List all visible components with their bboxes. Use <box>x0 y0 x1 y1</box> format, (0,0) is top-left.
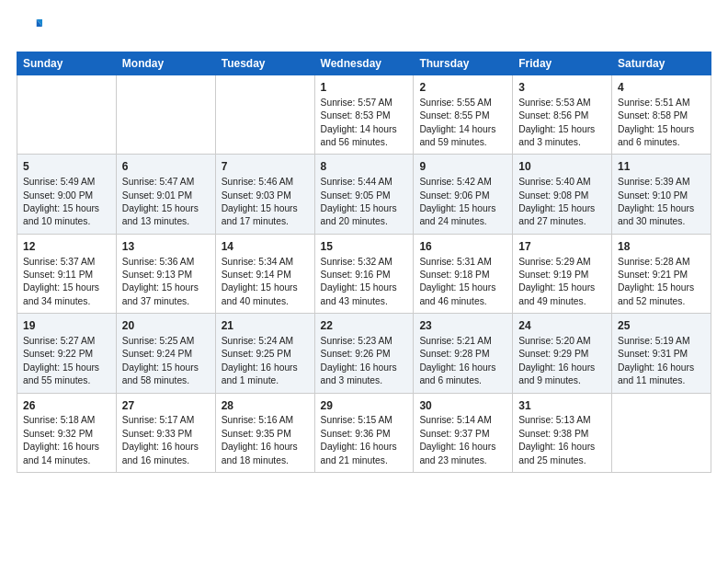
day-info: and 43 minutes. <box>321 295 408 308</box>
day-info: Sunrise: 5:20 AM <box>518 335 606 348</box>
day-info: and 40 minutes. <box>222 295 309 308</box>
day-info: and 17 minutes. <box>222 215 309 228</box>
day-info: Daylight: 15 hours <box>23 282 110 294</box>
day-info: and 9 minutes. <box>518 374 606 387</box>
day-cell: 14Sunrise: 5:34 AMSunset: 9:14 PMDayligh… <box>215 234 314 313</box>
day-info: Sunset: 9:21 PM <box>618 269 705 282</box>
day-number: 29 <box>321 398 408 414</box>
day-cell: 12Sunrise: 5:37 AMSunset: 9:11 PMDayligh… <box>17 234 117 313</box>
day-info: Sunrise: 5:57 AM <box>321 97 408 109</box>
day-number: 14 <box>222 239 309 255</box>
day-info: Sunset: 9:01 PM <box>122 190 210 202</box>
weekday-header-wednesday: Wednesday <box>314 52 414 75</box>
page: SundayMondayTuesdayWednesdayThursdayFrid… <box>0 0 728 482</box>
day-info: Sunset: 9:00 PM <box>23 190 110 202</box>
day-info: and 13 minutes. <box>122 215 210 228</box>
day-cell: 23Sunrise: 5:21 AMSunset: 9:28 PMDayligh… <box>414 314 513 393</box>
weekday-header-sunday: Sunday <box>17 52 117 75</box>
day-info: and 14 minutes. <box>23 454 110 467</box>
day-info: Sunrise: 5:39 AM <box>618 176 705 189</box>
day-cell: 7Sunrise: 5:46 AMSunset: 9:03 PMDaylight… <box>215 155 314 234</box>
day-cell: 3Sunrise: 5:53 AMSunset: 8:56 PMDaylight… <box>513 75 612 155</box>
day-info: Sunrise: 5:31 AM <box>419 256 506 269</box>
day-info: Sunset: 9:22 PM <box>23 348 110 361</box>
day-info: and 18 minutes. <box>222 454 309 467</box>
day-info: Sunset: 9:16 PM <box>321 269 408 282</box>
day-number: 5 <box>23 159 110 175</box>
day-number: 12 <box>23 239 110 255</box>
day-number: 23 <box>419 318 506 334</box>
week-row-2: 5Sunrise: 5:49 AMSunset: 9:00 PMDaylight… <box>17 155 711 234</box>
day-cell: 29Sunrise: 5:15 AMSunset: 9:36 PMDayligh… <box>314 393 414 472</box>
day-info: Daylight: 15 hours <box>518 282 606 294</box>
day-info: Daylight: 16 hours <box>321 441 408 454</box>
day-info: Daylight: 16 hours <box>321 362 408 374</box>
day-info: Daylight: 16 hours <box>222 362 309 374</box>
day-info: Sunset: 9:10 PM <box>618 190 705 202</box>
day-info: Daylight: 15 hours <box>222 282 309 294</box>
calendar-table: SundayMondayTuesdayWednesdayThursdayFrid… <box>17 52 711 473</box>
day-info: Daylight: 16 hours <box>419 441 506 454</box>
day-number: 26 <box>23 398 110 414</box>
day-info: Sunrise: 5:46 AM <box>222 176 309 189</box>
day-info: and 20 minutes. <box>321 215 408 228</box>
day-info: and 30 minutes. <box>618 215 705 228</box>
day-cell: 27Sunrise: 5:17 AMSunset: 9:33 PMDayligh… <box>116 393 215 472</box>
day-number: 16 <box>419 239 506 255</box>
day-info: Sunset: 9:28 PM <box>419 348 506 361</box>
day-cell: 13Sunrise: 5:36 AMSunset: 9:13 PMDayligh… <box>116 234 215 313</box>
day-info: and 11 minutes. <box>618 374 705 387</box>
weekday-header-monday: Monday <box>116 52 215 75</box>
day-info: and 6 minutes. <box>618 136 705 149</box>
day-info: Daylight: 16 hours <box>23 441 110 454</box>
day-info: Sunrise: 5:27 AM <box>23 335 110 348</box>
day-info: Sunset: 9:08 PM <box>518 190 606 202</box>
day-info: Daylight: 15 hours <box>618 202 705 215</box>
day-cell: 22Sunrise: 5:23 AMSunset: 9:26 PMDayligh… <box>314 314 414 393</box>
day-number: 27 <box>122 398 210 414</box>
day-info: Sunset: 9:03 PM <box>222 190 309 202</box>
day-info: Daylight: 15 hours <box>23 362 110 374</box>
week-row-1: 1Sunrise: 5:57 AMSunset: 8:53 PMDaylight… <box>17 75 711 155</box>
day-info: and 58 minutes. <box>122 374 210 387</box>
day-info: Daylight: 15 hours <box>321 202 408 215</box>
day-cell: 26Sunrise: 5:18 AMSunset: 9:32 PMDayligh… <box>17 393 117 472</box>
day-info: Sunrise: 5:53 AM <box>518 97 606 109</box>
day-info: Sunset: 9:31 PM <box>618 348 705 361</box>
day-info: Sunset: 9:24 PM <box>122 348 210 361</box>
day-cell: 10Sunrise: 5:40 AMSunset: 9:08 PMDayligh… <box>513 155 612 234</box>
day-info: Sunset: 9:05 PM <box>321 190 408 202</box>
day-number: 24 <box>518 318 606 334</box>
weekday-header-saturday: Saturday <box>612 52 711 75</box>
day-cell: 21Sunrise: 5:24 AMSunset: 9:25 PMDayligh… <box>215 314 314 393</box>
day-info: Daylight: 15 hours <box>419 282 506 294</box>
day-cell: 4Sunrise: 5:51 AMSunset: 8:58 PMDaylight… <box>612 75 711 155</box>
day-info: Sunrise: 5:47 AM <box>122 176 210 189</box>
day-number: 18 <box>618 239 705 255</box>
day-number: 11 <box>618 159 705 175</box>
week-row-3: 12Sunrise: 5:37 AMSunset: 9:11 PMDayligh… <box>17 234 711 313</box>
day-cell: 30Sunrise: 5:14 AMSunset: 9:37 PMDayligh… <box>414 393 513 472</box>
day-info: Sunset: 9:13 PM <box>122 269 210 282</box>
day-info: Sunset: 9:06 PM <box>419 190 506 202</box>
day-info: and 24 minutes. <box>419 215 506 228</box>
day-cell: 18Sunrise: 5:28 AMSunset: 9:21 PMDayligh… <box>612 234 711 313</box>
day-cell: 24Sunrise: 5:20 AMSunset: 9:29 PMDayligh… <box>513 314 612 393</box>
day-info: Sunrise: 5:49 AM <box>23 176 110 189</box>
day-cell: 8Sunrise: 5:44 AMSunset: 9:05 PMDaylight… <box>314 155 414 234</box>
day-info: and 3 minutes. <box>518 136 606 149</box>
day-info: Daylight: 15 hours <box>618 123 705 136</box>
day-cell: 15Sunrise: 5:32 AMSunset: 9:16 PMDayligh… <box>314 234 414 313</box>
day-info: Daylight: 15 hours <box>122 362 210 374</box>
day-number: 9 <box>419 159 506 175</box>
day-info: and 56 minutes. <box>321 136 408 149</box>
day-cell: 5Sunrise: 5:49 AMSunset: 9:00 PMDaylight… <box>17 155 117 234</box>
day-info: and 52 minutes. <box>618 295 705 308</box>
day-number: 15 <box>321 239 408 255</box>
day-info: Sunrise: 5:21 AM <box>419 335 506 348</box>
day-number: 28 <box>222 398 309 414</box>
day-info: Sunset: 9:25 PM <box>222 348 309 361</box>
day-info: Daylight: 16 hours <box>222 441 309 454</box>
day-number: 22 <box>321 318 408 334</box>
weekday-header-row: SundayMondayTuesdayWednesdayThursdayFrid… <box>17 52 711 75</box>
